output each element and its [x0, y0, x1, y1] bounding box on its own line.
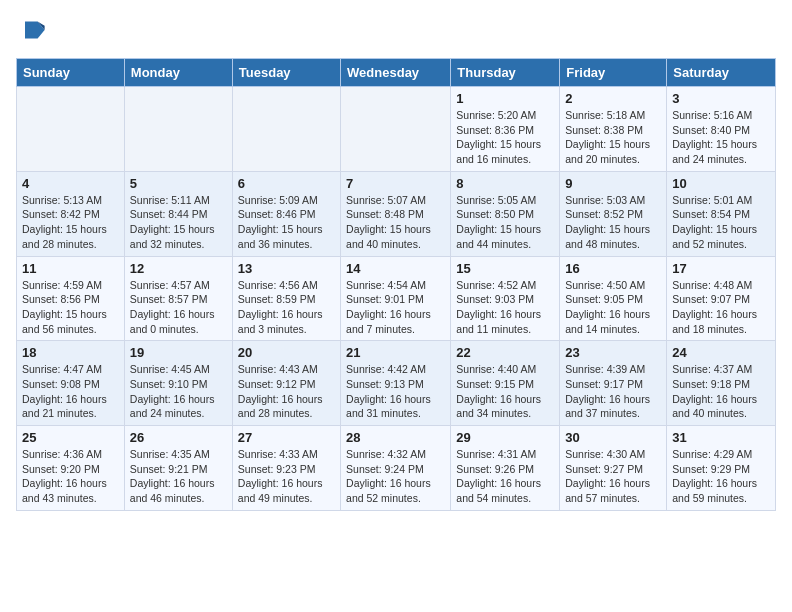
day-number: 14: [346, 261, 445, 276]
calendar-cell: 7Sunrise: 5:07 AMSunset: 8:48 PMDaylight…: [341, 171, 451, 256]
calendar-week-row: 4Sunrise: 5:13 AMSunset: 8:42 PMDaylight…: [17, 171, 776, 256]
calendar-cell: 20Sunrise: 4:43 AMSunset: 9:12 PMDayligh…: [232, 341, 340, 426]
day-number: 31: [672, 430, 770, 445]
day-number: 15: [456, 261, 554, 276]
day-number: 3: [672, 91, 770, 106]
day-info: Sunrise: 4:57 AMSunset: 8:57 PMDaylight:…: [130, 278, 227, 337]
day-number: 8: [456, 176, 554, 191]
day-number: 17: [672, 261, 770, 276]
day-number: 4: [22, 176, 119, 191]
day-info: Sunrise: 4:45 AMSunset: 9:10 PMDaylight:…: [130, 362, 227, 421]
calendar-cell: 25Sunrise: 4:36 AMSunset: 9:20 PMDayligh…: [17, 426, 125, 511]
weekday-header-sunday: Sunday: [17, 59, 125, 87]
calendar-cell: 18Sunrise: 4:47 AMSunset: 9:08 PMDayligh…: [17, 341, 125, 426]
day-number: 16: [565, 261, 661, 276]
calendar-cell: 2Sunrise: 5:18 AMSunset: 8:38 PMDaylight…: [560, 87, 667, 172]
calendar-cell: 8Sunrise: 5:05 AMSunset: 8:50 PMDaylight…: [451, 171, 560, 256]
day-number: 27: [238, 430, 335, 445]
calendar-cell: 5Sunrise: 5:11 AMSunset: 8:44 PMDaylight…: [124, 171, 232, 256]
day-info: Sunrise: 4:54 AMSunset: 9:01 PMDaylight:…: [346, 278, 445, 337]
day-info: Sunrise: 4:43 AMSunset: 9:12 PMDaylight:…: [238, 362, 335, 421]
calendar-cell: [232, 87, 340, 172]
calendar-cell: 28Sunrise: 4:32 AMSunset: 9:24 PMDayligh…: [341, 426, 451, 511]
day-number: 21: [346, 345, 445, 360]
day-info: Sunrise: 4:31 AMSunset: 9:26 PMDaylight:…: [456, 447, 554, 506]
day-info: Sunrise: 4:30 AMSunset: 9:27 PMDaylight:…: [565, 447, 661, 506]
day-info: Sunrise: 4:52 AMSunset: 9:03 PMDaylight:…: [456, 278, 554, 337]
calendar-cell: 31Sunrise: 4:29 AMSunset: 9:29 PMDayligh…: [667, 426, 776, 511]
day-info: Sunrise: 4:48 AMSunset: 9:07 PMDaylight:…: [672, 278, 770, 337]
calendar-cell: 6Sunrise: 5:09 AMSunset: 8:46 PMDaylight…: [232, 171, 340, 256]
calendar-week-row: 18Sunrise: 4:47 AMSunset: 9:08 PMDayligh…: [17, 341, 776, 426]
day-info: Sunrise: 5:07 AMSunset: 8:48 PMDaylight:…: [346, 193, 445, 252]
day-info: Sunrise: 4:50 AMSunset: 9:05 PMDaylight:…: [565, 278, 661, 337]
weekday-header-saturday: Saturday: [667, 59, 776, 87]
calendar-cell: 22Sunrise: 4:40 AMSunset: 9:15 PMDayligh…: [451, 341, 560, 426]
calendar-cell: 14Sunrise: 4:54 AMSunset: 9:01 PMDayligh…: [341, 256, 451, 341]
weekday-header-friday: Friday: [560, 59, 667, 87]
day-info: Sunrise: 4:37 AMSunset: 9:18 PMDaylight:…: [672, 362, 770, 421]
day-info: Sunrise: 4:40 AMSunset: 9:15 PMDaylight:…: [456, 362, 554, 421]
calendar-cell: 30Sunrise: 4:30 AMSunset: 9:27 PMDayligh…: [560, 426, 667, 511]
calendar-cell: 26Sunrise: 4:35 AMSunset: 9:21 PMDayligh…: [124, 426, 232, 511]
day-info: Sunrise: 4:33 AMSunset: 9:23 PMDaylight:…: [238, 447, 335, 506]
logo-icon: [18, 16, 46, 44]
day-info: Sunrise: 4:56 AMSunset: 8:59 PMDaylight:…: [238, 278, 335, 337]
calendar-cell: [17, 87, 125, 172]
day-number: 13: [238, 261, 335, 276]
day-number: 23: [565, 345, 661, 360]
day-info: Sunrise: 4:39 AMSunset: 9:17 PMDaylight:…: [565, 362, 661, 421]
logo: [16, 16, 46, 48]
day-number: 26: [130, 430, 227, 445]
day-info: Sunrise: 4:47 AMSunset: 9:08 PMDaylight:…: [22, 362, 119, 421]
day-number: 1: [456, 91, 554, 106]
calendar-cell: 12Sunrise: 4:57 AMSunset: 8:57 PMDayligh…: [124, 256, 232, 341]
day-info: Sunrise: 5:18 AMSunset: 8:38 PMDaylight:…: [565, 108, 661, 167]
day-number: 28: [346, 430, 445, 445]
day-number: 6: [238, 176, 335, 191]
day-info: Sunrise: 5:01 AMSunset: 8:54 PMDaylight:…: [672, 193, 770, 252]
day-info: Sunrise: 5:05 AMSunset: 8:50 PMDaylight:…: [456, 193, 554, 252]
day-info: Sunrise: 4:35 AMSunset: 9:21 PMDaylight:…: [130, 447, 227, 506]
calendar-cell: 21Sunrise: 4:42 AMSunset: 9:13 PMDayligh…: [341, 341, 451, 426]
calendar-cell: 3Sunrise: 5:16 AMSunset: 8:40 PMDaylight…: [667, 87, 776, 172]
calendar-cell: 23Sunrise: 4:39 AMSunset: 9:17 PMDayligh…: [560, 341, 667, 426]
calendar-cell: 1Sunrise: 5:20 AMSunset: 8:36 PMDaylight…: [451, 87, 560, 172]
day-number: 24: [672, 345, 770, 360]
day-info: Sunrise: 4:32 AMSunset: 9:24 PMDaylight:…: [346, 447, 445, 506]
day-number: 12: [130, 261, 227, 276]
day-info: Sunrise: 5:13 AMSunset: 8:42 PMDaylight:…: [22, 193, 119, 252]
day-number: 11: [22, 261, 119, 276]
calendar-cell: 19Sunrise: 4:45 AMSunset: 9:10 PMDayligh…: [124, 341, 232, 426]
calendar-cell: 24Sunrise: 4:37 AMSunset: 9:18 PMDayligh…: [667, 341, 776, 426]
day-number: 20: [238, 345, 335, 360]
day-info: Sunrise: 4:42 AMSunset: 9:13 PMDaylight:…: [346, 362, 445, 421]
weekday-header-thursday: Thursday: [451, 59, 560, 87]
day-number: 19: [130, 345, 227, 360]
calendar-cell: 16Sunrise: 4:50 AMSunset: 9:05 PMDayligh…: [560, 256, 667, 341]
weekday-header-row: SundayMondayTuesdayWednesdayThursdayFrid…: [17, 59, 776, 87]
weekday-header-wednesday: Wednesday: [341, 59, 451, 87]
day-number: 29: [456, 430, 554, 445]
day-info: Sunrise: 5:20 AMSunset: 8:36 PMDaylight:…: [456, 108, 554, 167]
calendar-cell: 9Sunrise: 5:03 AMSunset: 8:52 PMDaylight…: [560, 171, 667, 256]
calendar-cell: [124, 87, 232, 172]
calendar-cell: 17Sunrise: 4:48 AMSunset: 9:07 PMDayligh…: [667, 256, 776, 341]
day-info: Sunrise: 4:36 AMSunset: 9:20 PMDaylight:…: [22, 447, 119, 506]
day-number: 9: [565, 176, 661, 191]
day-number: 10: [672, 176, 770, 191]
day-number: 5: [130, 176, 227, 191]
weekday-header-tuesday: Tuesday: [232, 59, 340, 87]
calendar-cell: 11Sunrise: 4:59 AMSunset: 8:56 PMDayligh…: [17, 256, 125, 341]
calendar-week-row: 1Sunrise: 5:20 AMSunset: 8:36 PMDaylight…: [17, 87, 776, 172]
day-number: 18: [22, 345, 119, 360]
day-number: 7: [346, 176, 445, 191]
day-info: Sunrise: 4:29 AMSunset: 9:29 PMDaylight:…: [672, 447, 770, 506]
day-number: 30: [565, 430, 661, 445]
calendar-week-row: 25Sunrise: 4:36 AMSunset: 9:20 PMDayligh…: [17, 426, 776, 511]
calendar-table: SundayMondayTuesdayWednesdayThursdayFrid…: [16, 58, 776, 511]
calendar-week-row: 11Sunrise: 4:59 AMSunset: 8:56 PMDayligh…: [17, 256, 776, 341]
calendar-cell: 29Sunrise: 4:31 AMSunset: 9:26 PMDayligh…: [451, 426, 560, 511]
day-info: Sunrise: 5:16 AMSunset: 8:40 PMDaylight:…: [672, 108, 770, 167]
day-number: 2: [565, 91, 661, 106]
